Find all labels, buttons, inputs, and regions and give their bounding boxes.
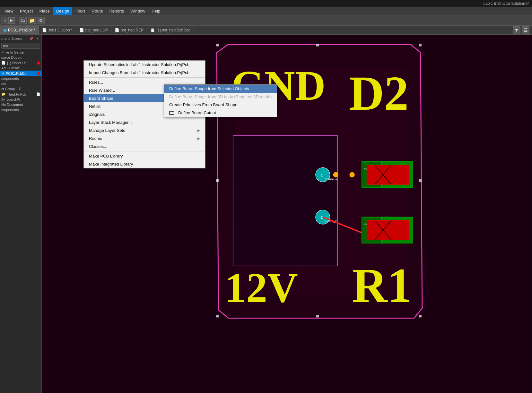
source-doc-label: ource Docum <box>1 56 22 59</box>
define-cutout-label: Define Board Cutout <box>178 110 216 115</box>
hed-prjpcb-label: _hed.PrjPcb <box>7 92 26 96</box>
panel-title: rt and Scienc <box>1 37 27 40</box>
panel-item-source-doc[interactable]: ource Docum <box>0 55 41 60</box>
folder-icon[interactable]: 📁 <box>28 17 36 24</box>
menu-manage-layer-sets[interactable]: Manage Layer Sets ▶ <box>84 126 205 134</box>
components2-label: omponents <box>1 108 19 112</box>
svg-text:2: 2 <box>321 216 323 219</box>
netlist-label: Netlist <box>89 104 100 109</box>
rooms-label: Rooms <box>89 136 102 141</box>
update-schematics-label: Update Schematics in Lab 1 Instructor So… <box>89 62 189 67</box>
nav-back[interactable]: ◀ <box>1 17 8 24</box>
open-icon[interactable]: 🗂 <box>19 17 27 24</box>
menu-view[interactable]: View <box>1 7 17 15</box>
menu-update-schematics[interactable]: Update Schematics in Lab 1 Instructor So… <box>84 61 205 69</box>
menu-make-integrated[interactable]: Make Integrated Library <box>84 160 205 168</box>
svg-rect-42 <box>216 179 219 182</box>
settings-icon[interactable]: ⚙ <box>37 17 45 24</box>
menu-make-pcb-library[interactable]: Make PCB Library <box>84 152 205 160</box>
manage-layer-sets-label: Manage Layer Sets <box>89 128 125 133</box>
components-label: omponents <box>1 77 19 81</box>
sheet-icon: 📄 <box>1 61 6 65</box>
menu-design[interactable]: Design <box>53 7 72 15</box>
pcb1-status: ⬤ <box>37 72 40 75</box>
panel-item-flyboard[interactable]: fly_board.Pr <box>0 97 41 102</box>
panel-item-sheet1[interactable]: 📄 [1] Sheet1.S ⬤ <box>0 60 41 65</box>
submenu-create-primitives[interactable]: Create Primitives From Board Shape <box>164 101 277 109</box>
title-text: Lab 1 Instructor Solution.P <box>484 1 529 6</box>
menu-tools[interactable]: Tools <box>72 7 88 15</box>
tab-pcb1-label: PCB1.PcbDoc * <box>8 28 35 32</box>
rep-icon: 📄 <box>115 28 119 32</box>
menu-project[interactable]: Project <box>17 7 36 15</box>
sheet1-label: [1] Sheet1.S <box>7 61 27 65</box>
sep-2 <box>84 151 205 151</box>
tab-rep-label: bot_hed.REP <box>121 28 144 32</box>
menu-bar: View Project Place Design Tools Route Re… <box>0 7 532 15</box>
filter-icon[interactable]: ▼ <box>513 26 520 34</box>
svg-rect-33 <box>367 220 409 240</box>
menu-window[interactable]: Window <box>127 7 148 15</box>
classes-label: Classes... <box>89 144 107 149</box>
panel-item-components-2[interactable]: omponents <box>0 107 41 112</box>
toolbar-sep-1 <box>17 17 17 24</box>
svg-rect-38 <box>216 315 219 317</box>
hed-prjpcb-icon: 📁 <box>1 92 6 96</box>
menu-rooms[interactable]: Rooms ▶ <box>84 134 205 142</box>
submenu-define-cutout[interactable]: Define Board Cutout <box>164 109 277 117</box>
cutout-icon <box>169 111 174 115</box>
menu-place[interactable]: Place <box>36 7 53 15</box>
menu-classes[interactable]: Classes... <box>84 142 205 150</box>
svg-rect-26 <box>367 165 409 184</box>
acl-label: Acl+ Create <box>1 66 20 70</box>
panel-item-acl-create[interactable]: Acl+ Create <box>0 65 41 71</box>
search-input[interactable] <box>1 43 40 49</box>
panel-close[interactable]: ✕ <box>35 36 40 41</box>
menu-import-changes[interactable]: Import Changes From Lab 1 Instructor Sol… <box>84 69 205 77</box>
left-panel-header: rt and Scienc 📌 ✕ <box>0 35 41 42</box>
pcb-icon: ▣ <box>3 28 7 32</box>
menu-reports[interactable]: Reports <box>106 7 127 15</box>
svg-point-20 <box>349 172 354 177</box>
submenu-define-from-3d: Define Board Shape from 3D body (Require… <box>164 93 277 101</box>
toolbar: ◀ ▶ 🗂 📁 ⚙ <box>0 15 532 26</box>
svg-rect-36 <box>216 44 219 46</box>
menu-help[interactable]: Help <box>148 7 163 15</box>
nav-forward[interactable]: ▶ <box>8 17 15 24</box>
import-changes-label: Import Changes From Lab 1 Instructor Sol… <box>89 70 189 75</box>
tab-job1[interactable]: 📄 Job1.OutJob * <box>39 26 76 34</box>
svg-rect-43 <box>419 179 422 182</box>
filter-icon-2[interactable]: ☰ <box>522 26 529 34</box>
tab-bar: ▣ PCB1.PcbDoc * 📄 Job1.OutJob * 📄 bot_he… <box>0 26 532 35</box>
rules-label: Rules... <box>89 80 103 85</box>
tab-pcb1[interactable]: ▣ PCB1.PcbDoc * <box>0 26 39 34</box>
svg-rect-37 <box>419 44 422 46</box>
nav-arrows: ◀ ▶ <box>1 17 15 24</box>
tab-rep[interactable]: 📄 bot_hed.REP <box>111 26 147 34</box>
svg-point-19 <box>333 172 338 177</box>
panel-item-save-to-server[interactable]: ✔ ve to Server <box>0 49 41 55</box>
title-bar: Lab 1 Instructor Solution.P <box>0 0 532 7</box>
menu-layer-stack[interactable]: Layer Stack Manager... <box>84 118 205 126</box>
panel-item-no-doc[interactable]: No Document <box>0 102 41 107</box>
layer-stack-label: Layer Stack Manager... <box>89 120 132 125</box>
manage-layer-sets-arrow: ▶ <box>197 129 200 132</box>
ldp-icon: 📄 <box>79 28 84 32</box>
svg-text:R1: R1 <box>352 258 412 312</box>
tab-ldp[interactable]: 📄 bot_hed.LDP <box>76 26 111 34</box>
panel-pin[interactable]: 📌 <box>29 36 34 41</box>
panel-item-pcb1[interactable]: ▣ PCB1.PcbDc ⬤ <box>0 71 41 76</box>
sch-icon: 📋 <box>150 28 155 32</box>
sep-1 <box>84 77 205 78</box>
svg-rect-39 <box>419 315 422 317</box>
submenu-define-from-selected[interactable]: Define Board Shape from Selected Objects <box>164 85 277 93</box>
panel-item-hed-prjpcb[interactable]: 📁 _hed.PrjPcb 📄 <box>0 91 41 97</box>
make-pcb-library-label: Make PCB Library <box>89 154 123 158</box>
svg-text:1: 1 <box>321 173 323 177</box>
panel-item-group[interactable]: ct Group 1.D <box>0 86 41 91</box>
menu-route[interactable]: Route <box>89 7 106 15</box>
tab-schdoc[interactable]: 📋 [1] bot_hed.SchDoc <box>147 26 194 34</box>
xsignals-label: xSignals <box>89 112 105 117</box>
panel-item-nets[interactable]: ets <box>0 81 41 86</box>
panel-item-components[interactable]: omponents <box>0 76 41 81</box>
